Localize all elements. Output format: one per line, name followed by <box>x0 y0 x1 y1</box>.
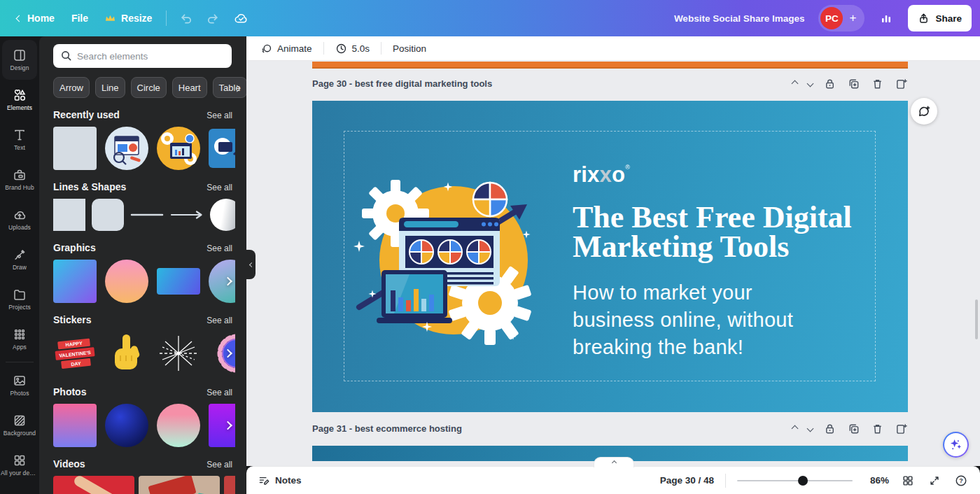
zoom-slider-track[interactable] <box>737 480 853 481</box>
sidebar-item-background[interactable]: Background <box>0 405 39 445</box>
move-page-down-button[interactable] <box>808 426 813 431</box>
delete-page-button[interactable] <box>871 77 884 90</box>
shape-arrow[interactable] <box>170 199 204 231</box>
add-member-button[interactable]: + <box>843 7 862 29</box>
help-button[interactable]: ? <box>953 473 969 488</box>
magic-assistant-button[interactable] <box>943 432 969 458</box>
page29-bottom-edge[interactable] <box>312 62 908 69</box>
photo-gradient-square[interactable] <box>53 404 97 447</box>
panel-collapse-button[interactable] <box>246 250 255 279</box>
see-all-link[interactable]: See all <box>206 460 232 470</box>
move-page-up-button[interactable] <box>792 81 797 86</box>
row-next-button[interactable] <box>225 276 231 287</box>
canvas-scrollbar[interactable] <box>975 299 978 339</box>
graphic-gradient-circle[interactable] <box>105 260 148 303</box>
grid-view-button[interactable] <box>900 473 916 488</box>
page30-artboard[interactable]: rixxo® The Best Free DigitalMarketing To… <box>312 101 908 412</box>
recent-thumb-marketing-illustration[interactable] <box>157 127 200 170</box>
fullscreen-button[interactable] <box>927 473 942 488</box>
collapse-statusbar-button[interactable] <box>594 457 634 467</box>
design-title[interactable]: The Best Free DigitalMarketing Tools <box>573 203 852 262</box>
share-button[interactable]: Share <box>908 5 972 31</box>
resize-button[interactable]: Resize <box>97 7 160 29</box>
undo-button[interactable] <box>172 6 200 31</box>
shape-circle[interactable] <box>210 199 235 231</box>
chips-next-button[interactable] <box>234 83 239 93</box>
duplicate-page-button[interactable] <box>847 422 860 435</box>
sidebar-item-text[interactable]: Text <box>0 120 39 160</box>
zoom-slider[interactable] <box>737 476 853 486</box>
sidebar-item-uploads[interactable]: Uploads <box>0 199 39 239</box>
search-input[interactable] <box>53 44 232 68</box>
chip-line[interactable]: Line <box>95 77 125 98</box>
cloud-save-button[interactable] <box>227 6 255 31</box>
graphic-gradient-rect[interactable] <box>157 268 200 295</box>
see-all-link[interactable]: See all <box>206 244 232 253</box>
move-page-down-button[interactable] <box>808 81 813 86</box>
zoom-level[interactable]: 86% <box>864 475 889 486</box>
insights-button[interactable] <box>873 6 899 30</box>
page-indicator[interactable]: Page 30 / 48 <box>660 475 714 486</box>
zoom-slider-thumb[interactable] <box>798 476 808 486</box>
design-text-block[interactable]: rixxo® The Best Free DigitalMarketing To… <box>573 162 852 361</box>
chip-circle[interactable]: Circle <box>131 77 167 98</box>
redo-button[interactable] <box>200 6 227 31</box>
page31-title[interactable]: Page 31 - best ecommerce hosting <box>312 423 462 434</box>
recent-thumb-blue-graphic[interactable] <box>209 127 235 170</box>
shape-rounded-square[interactable] <box>92 199 124 231</box>
graphics-row <box>53 260 235 303</box>
see-all-link[interactable]: See all <box>206 388 232 397</box>
video-thumb-rug[interactable] <box>139 476 220 494</box>
sidebar-item-projects[interactable]: Projects <box>0 279 39 319</box>
sidebar-item-brand-hub[interactable]: Brand Hub <box>0 160 39 199</box>
duration-button[interactable]: 5.0s <box>328 38 377 59</box>
marketing-illustration[interactable] <box>354 178 539 346</box>
lock-page-button[interactable] <box>823 422 836 435</box>
shape-square[interactable] <box>53 199 85 231</box>
add-page-button[interactable] <box>895 77 908 90</box>
see-all-link[interactable]: See all <box>206 316 232 325</box>
sidebar-item-draw[interactable]: Draw <box>0 239 39 279</box>
add-comment-button[interactable] <box>911 98 937 125</box>
row-next-button[interactable] <box>225 421 231 431</box>
sidebar-item-apps[interactable]: Apps <box>0 319 39 359</box>
photo-navy-sphere[interactable] <box>105 404 148 447</box>
shape-line[interactable] <box>130 199 164 231</box>
video-thumb-red[interactable] <box>224 476 235 494</box>
sidebar-item-elements[interactable]: Elements <box>0 80 39 120</box>
page30-title[interactable]: Page 30 - best free digital marketing to… <box>312 78 492 89</box>
chip-heart[interactable]: Heart <box>172 77 207 98</box>
add-page-button[interactable] <box>895 422 908 435</box>
chip-table[interactable]: Table <box>213 77 246 98</box>
video-thumb-red-hand[interactable] <box>53 476 134 494</box>
duplicate-page-button[interactable] <box>847 77 860 90</box>
sticker-valentines-banner[interactable]: HAPPY VALENTINE'S DAY <box>53 332 97 375</box>
photo-gradient-circle[interactable] <box>157 404 200 447</box>
avatar[interactable]: PC <box>820 7 843 29</box>
delete-page-button[interactable] <box>871 422 884 435</box>
notes-button[interactable]: Notes <box>258 474 302 486</box>
design-subtitle[interactable]: How to market yourbusiness online, witho… <box>573 279 852 361</box>
recent-thumb-seo-illustration[interactable] <box>105 127 148 170</box>
lock-page-button[interactable] <box>823 77 836 90</box>
canvas-area[interactable]: Page 30 - best free digital marketing to… <box>246 61 980 466</box>
sidebar-item-all-designs[interactable]: All your desi... <box>0 445 39 485</box>
home-button[interactable]: Home <box>8 7 63 29</box>
sidebar-item-design[interactable]: Design <box>2 40 37 80</box>
graphic-gradient-square[interactable] <box>53 260 97 303</box>
text-icon <box>13 128 27 142</box>
see-all-link[interactable]: See all <box>206 111 232 120</box>
sticker-pointing-hand[interactable] <box>105 332 148 375</box>
row-next-button[interactable] <box>225 348 231 359</box>
recent-thumb-gray-square[interactable] <box>53 127 97 170</box>
sidebar-item-photos[interactable]: Photos <box>0 365 39 405</box>
see-all-link[interactable]: See all <box>206 183 232 192</box>
sticker-starburst[interactable] <box>157 332 200 375</box>
file-menu-button[interactable]: File <box>63 7 97 29</box>
rixxo-logo[interactable]: rixxo® <box>573 162 852 188</box>
move-page-up-button[interactable] <box>792 426 797 431</box>
document-title[interactable]: Website Social Share Images <box>674 13 805 24</box>
chip-arrow[interactable]: Arrow <box>53 77 90 98</box>
position-button[interactable]: Position <box>386 39 433 58</box>
animate-button[interactable]: Animate <box>253 38 319 59</box>
